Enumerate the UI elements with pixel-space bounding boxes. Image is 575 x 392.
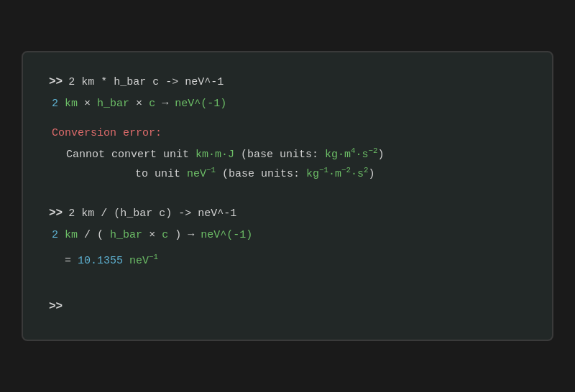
error-body-1: Cannot convert unit km·m·J (base units: … <box>49 144 526 164</box>
unit-to: neV−1 <box>187 168 216 180</box>
output-hbar-2: h_bar <box>110 229 142 241</box>
output-num-2: 2 <box>52 229 58 241</box>
result-line: = 10.1355 neV−1 <box>49 251 526 271</box>
output-arrow-1: → <box>162 98 175 110</box>
result-unit: neV−1 <box>129 255 158 267</box>
prompt-symbol-1: >> <box>49 73 63 92</box>
result-value: 10.1355 <box>78 255 123 267</box>
gap-4 <box>49 270 526 280</box>
output-times-1: × <box>84 98 97 110</box>
conversion-output-1: 2 km × h_bar × c → neV^(-1) <box>49 95 526 113</box>
output-num-1: 2 <box>52 98 58 110</box>
error-label: Conversion error: <box>49 124 526 143</box>
input-command-1: 2 km * h_bar c -> neV^-1 <box>68 73 224 92</box>
terminal-window: >> 2 km * h_bar c -> neV^-1 2 km × h_bar… <box>22 51 553 342</box>
output-hbar-1: h_bar <box>97 98 129 110</box>
prompt-line-2: >> 2 km / (h_bar c) -> neV^-1 <box>49 204 526 223</box>
output-unit-km-2: km <box>65 229 78 241</box>
output-div: / ( <box>84 229 104 241</box>
prompt-symbol-2: >> <box>49 204 63 223</box>
output-c-1: c <box>149 98 155 110</box>
output-times-2: × <box>136 98 149 110</box>
output-arrow-2: → <box>188 229 201 241</box>
gap-1 <box>49 114 526 124</box>
output-target-2: neV^(-1) <box>201 229 252 241</box>
gap-3 <box>49 194 526 204</box>
prompt-symbol-3: >> <box>49 297 63 317</box>
base-units-from: kg·m4·s−2 <box>325 149 377 161</box>
output-c-2: c <box>162 229 168 241</box>
base-units-to: kg−1·m−2·s2 <box>306 168 368 180</box>
conversion-output-2: 2 km / ( h_bar × c ) → neV^(-1) <box>49 226 526 245</box>
unit-from: km·m·J <box>196 149 234 161</box>
gap-2 <box>49 184 526 194</box>
gap-5 <box>49 280 526 290</box>
input-command-2: 2 km / (h_bar c) -> neV^-1 <box>68 205 236 223</box>
prompt-line-3[interactable]: >> <box>49 297 526 317</box>
output-unit-km-1: km <box>65 98 78 110</box>
error-body-2: to unit neV−1 (base units: kg−1·m−2·s2) <box>49 164 526 184</box>
output-paren: ) <box>175 229 181 241</box>
prompt-line-1: >> 2 km * h_bar c -> neV^-1 <box>49 73 526 92</box>
output-times-3: × <box>149 229 162 241</box>
output-target-1: neV^(-1) <box>175 98 226 110</box>
